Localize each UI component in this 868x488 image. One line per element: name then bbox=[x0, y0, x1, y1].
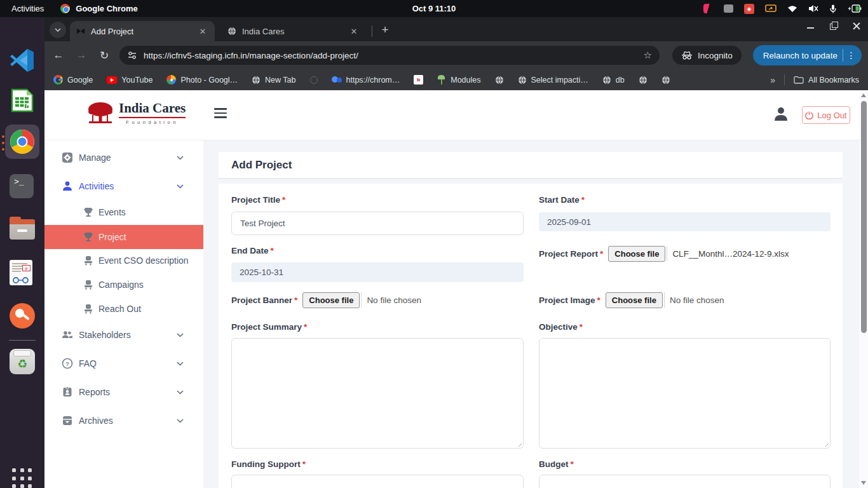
relaunch-to-update-button[interactable]: Relaunch to update ⋮ bbox=[753, 45, 862, 65]
back-button[interactable]: ← bbox=[50, 46, 67, 64]
project-summary-textarea[interactable] bbox=[231, 338, 524, 449]
budget-input[interactable] bbox=[539, 475, 831, 488]
main-content: Add Project Project Title* Start Date* E… bbox=[203, 140, 859, 488]
window-minimize-button[interactable] bbox=[807, 22, 815, 30]
gear-icon bbox=[62, 152, 73, 163]
sidebar-item-reach-out[interactable]: Reach Out bbox=[44, 297, 203, 321]
forward-button[interactable]: → bbox=[72, 46, 90, 64]
dock-files-icon[interactable] bbox=[10, 217, 35, 242]
brand-title: India Cares bbox=[119, 100, 186, 118]
chevron-down-icon bbox=[177, 156, 184, 160]
tray-app-icon[interactable] bbox=[703, 4, 713, 13]
scroll-down-arrow[interactable] bbox=[861, 481, 866, 485]
bookmark-globe-3[interactable] bbox=[661, 76, 670, 85]
tab-search-button[interactable] bbox=[50, 22, 66, 38]
bookmark-star-icon[interactable]: ☆ bbox=[644, 50, 652, 61]
objective-textarea[interactable] bbox=[539, 338, 831, 449]
project-report-choose-file-button[interactable]: Choose file bbox=[608, 246, 665, 262]
app-grid-button[interactable] bbox=[12, 468, 33, 488]
svg-text:?: ? bbox=[65, 360, 69, 367]
sidebar-toggle-hamburger-icon[interactable] bbox=[214, 108, 227, 118]
bookmark-new-tab[interactable]: New Tab bbox=[252, 76, 295, 85]
focused-app-menu[interactable]: Google Chrome bbox=[60, 4, 138, 13]
dock-chrome-icon[interactable] bbox=[10, 129, 35, 154]
activities-button[interactable]: Activities bbox=[11, 4, 44, 13]
bookmark-globe-2[interactable] bbox=[639, 76, 648, 85]
window-close-button[interactable] bbox=[853, 22, 860, 30]
funding-support-input[interactable] bbox=[231, 475, 524, 488]
browser-menu-icon[interactable]: ⋮ bbox=[843, 49, 859, 62]
clock[interactable]: Oct 9 11:10 bbox=[412, 4, 456, 13]
scroll-up-arrow[interactable] bbox=[861, 93, 866, 97]
sidebar-item-activities[interactable]: Activities bbox=[44, 174, 203, 198]
sidebar-item-reports[interactable]: Reports bbox=[44, 380, 203, 404]
project-title-input[interactable] bbox=[231, 212, 524, 235]
file-divider bbox=[667, 246, 667, 261]
site-header: India Cares Foundation Log Out bbox=[44, 90, 859, 140]
volume-muted-icon[interactable] bbox=[808, 4, 818, 13]
end-date-input[interactable] bbox=[231, 262, 524, 282]
address-bar[interactable]: https://icfnv5-staging.icfn.in/manage-se… bbox=[119, 46, 660, 65]
url-text[interactable]: https://icfnv5-staging.icfn.in/manage-se… bbox=[144, 51, 644, 60]
site-settings-icon[interactable] bbox=[127, 51, 137, 60]
dock-postman-icon[interactable] bbox=[10, 303, 35, 329]
sidebar-item-event-cso-description[interactable]: Event CSO description bbox=[44, 248, 203, 273]
dock-libreoffice-calc-icon[interactable] bbox=[10, 88, 35, 114]
bookmark-google-photos[interactable]: Photo - Googl… bbox=[166, 75, 238, 85]
microphone-icon[interactable] bbox=[829, 4, 837, 13]
tab-close-icon[interactable]: ✕ bbox=[348, 25, 360, 37]
page-title: Add Project bbox=[219, 159, 292, 172]
dock-document-viewer-icon[interactable]: e bbox=[10, 260, 35, 285]
sidebar-item-project[interactable]: Project bbox=[44, 225, 203, 249]
new-tab-button[interactable]: + bbox=[377, 22, 393, 37]
logout-button[interactable]: Log Out bbox=[802, 106, 850, 124]
tray-sync-icon[interactable]: ◈ bbox=[744, 4, 754, 14]
user-avatar-icon[interactable] bbox=[773, 105, 789, 125]
resize-grip[interactable] bbox=[516, 441, 522, 447]
bookmark-globe-1[interactable] bbox=[495, 76, 504, 85]
dock-vscode-icon[interactable] bbox=[10, 48, 35, 73]
scrollbar-thumb[interactable] bbox=[861, 101, 867, 333]
blue-favicon-icon bbox=[332, 76, 342, 83]
sidebar-item-events[interactable]: Events bbox=[44, 200, 203, 224]
bookmarks-overflow-button[interactable]: » bbox=[770, 75, 775, 85]
project-image-choose-file-button[interactable]: Choose file bbox=[606, 292, 663, 308]
sidebar-item-stakeholders[interactable]: Stakeholders bbox=[44, 323, 203, 347]
all-bookmarks-button[interactable]: All Bookmarks bbox=[794, 76, 859, 85]
sidebar-item-faq[interactable]: ? FAQ bbox=[44, 351, 203, 376]
bookmark-db[interactable]: db bbox=[602, 76, 625, 85]
tab-india-cares[interactable]: India Cares ✕ bbox=[221, 21, 366, 41]
battery-icon[interactable] bbox=[848, 4, 862, 13]
resize-grip[interactable] bbox=[823, 441, 829, 447]
sidebar-item-archives[interactable]: Archives bbox=[44, 409, 203, 433]
add-project-form: Project Title* Start Date* End Date* Pro… bbox=[219, 184, 843, 488]
bookmark-bajaj[interactable]: b bbox=[414, 75, 423, 85]
bookmark-youtube[interactable]: YouTube bbox=[107, 76, 153, 85]
bookmark-modules[interactable]: Modules bbox=[437, 75, 480, 85]
wifi-icon[interactable] bbox=[787, 5, 797, 13]
globe-icon bbox=[639, 76, 648, 85]
reload-button[interactable]: ↻ bbox=[95, 46, 113, 64]
dock-trash-icon[interactable]: ♻ bbox=[10, 349, 35, 374]
project-banner-choose-file-button[interactable]: Choose file bbox=[302, 292, 360, 308]
globe-icon bbox=[518, 76, 527, 85]
tab-divider bbox=[372, 25, 372, 37]
bookmark-blank[interactable] bbox=[310, 76, 318, 84]
bookmark-chrome-link[interactable]: https://chrom… bbox=[332, 76, 400, 85]
file-divider bbox=[664, 292, 665, 308]
plant-icon bbox=[437, 75, 446, 85]
sidebar-item-campaigns[interactable]: Campaigns bbox=[44, 273, 203, 297]
sidebar-item-manage[interactable]: Manage bbox=[44, 146, 203, 170]
tab-add-project[interactable]: Add Project ✕ bbox=[70, 21, 215, 41]
screen-share-icon[interactable] bbox=[765, 4, 776, 13]
start-date-input[interactable] bbox=[539, 212, 831, 231]
page-scrollbar[interactable] bbox=[859, 90, 868, 488]
seat-icon bbox=[83, 255, 94, 266]
bookmark-google[interactable]: Google bbox=[53, 75, 93, 85]
site-logo[interactable]: India Cares Foundation bbox=[87, 100, 186, 125]
tab-close-icon[interactable]: ✕ bbox=[197, 25, 208, 37]
window-restore-button[interactable] bbox=[830, 22, 837, 30]
bookmark-select-impact[interactable]: Select impacti… bbox=[518, 76, 588, 85]
dock-terminal-icon[interactable]: >_ bbox=[10, 174, 34, 198]
tray-chat-icon[interactable] bbox=[724, 4, 733, 13]
